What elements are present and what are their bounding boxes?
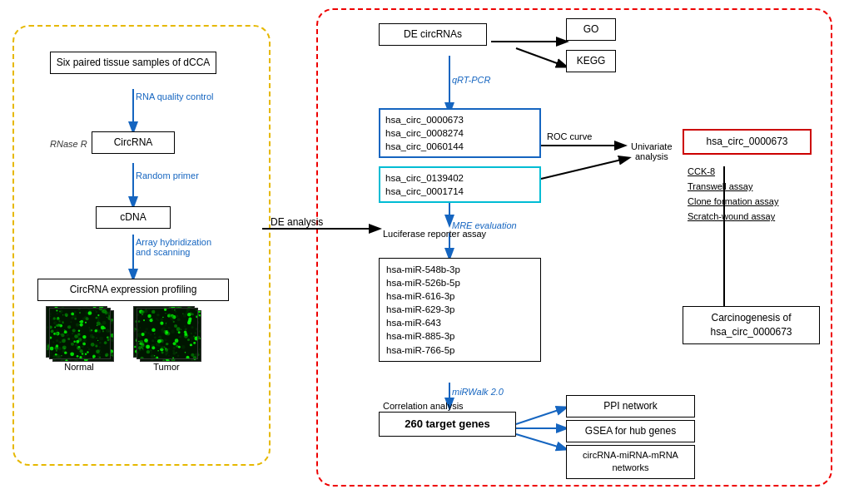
gsea-label: GSEA for hub genes: [585, 425, 676, 437]
microarray-tumor-img: [133, 306, 200, 360]
circ-mir-mrna-label: circRNA-miRNA-mRNA networks: [572, 449, 689, 475]
mir-group-label: hsa-miR-548b-3p hsa-miR-526b-5p hsa-miR-…: [386, 263, 534, 357]
correlation-label: Correlation analysis: [383, 401, 464, 411]
normal-label: Normal: [46, 362, 112, 372]
mirwalk-label: miRWalk 2.0: [452, 387, 504, 397]
luciferase-label: Luciferase reporter assay: [383, 229, 486, 239]
cdna-label: cDNA: [120, 211, 146, 223]
de-analysis-label: DE analysis: [271, 216, 323, 228]
transwell-label: Transwell assay: [688, 181, 752, 191]
clone-formation-label: Clone formation assay: [688, 196, 778, 206]
gsea-box: GSEA for hub genes: [566, 420, 695, 442]
roc-curve-label: ROC curve: [547, 131, 592, 141]
hsa-0000673-box: hsa_circ_0000673: [683, 129, 812, 155]
scratch-wound-label: Scratch-wound assay: [688, 211, 775, 221]
cck8-label: CCK-8: [688, 166, 715, 176]
cyan-border-circ-box: hsa_circ_0139402 hsa_circ_0001714: [379, 166, 541, 203]
target-genes-label: 260 target genes: [405, 418, 490, 430]
microarray-normal-img: [46, 306, 112, 360]
go-label: GO: [583, 23, 599, 35]
ppi-box: PPI network: [566, 395, 695, 418]
go-box: GO: [566, 18, 616, 41]
kegg-label: KEGG: [577, 55, 606, 67]
qrt-pcr-label: qRT-PCR: [452, 75, 490, 85]
random-primer-label: Random primer: [136, 170, 199, 180]
cdna-box: cDNA: [96, 206, 171, 229]
blue-border-circ-label: hsa_circ_0000673 hsa_circ_0008274 hsa_ci…: [385, 113, 534, 153]
circrna-label: CircRNA: [114, 136, 153, 148]
mir-group-box: hsa-miR-548b-3p hsa-miR-526b-5p hsa-miR-…: [379, 258, 541, 362]
six-samples-box: Six paired tissue samples of dCCA: [50, 52, 216, 74]
circ-mir-mrna-box: circRNA-miRNA-mRNA networks: [566, 445, 695, 479]
target-genes-box: 260 target genes: [379, 412, 516, 437]
microarray-tumor-group: Tumor: [133, 306, 200, 372]
cyan-border-circ-label: hsa_circ_0139402 hsa_circ_0001714: [385, 171, 534, 198]
hsa-0000673-label: hsa_circ_0000673: [706, 136, 787, 147]
kegg-box: KEGG: [566, 50, 616, 72]
tumor-label: Tumor: [133, 362, 200, 372]
de-circrnas-label: DE circRNAs: [404, 28, 462, 40]
carcinogenesis-label: Carcinogenesis of hsa_circ_0000673: [690, 311, 812, 339]
rnase-r-label: RNase R: [50, 139, 87, 149]
array-hybrid-label: Array hybridization and scanning: [136, 237, 211, 257]
rna-quality-label: RNA quality control: [136, 91, 214, 101]
expression-profiling-label: CircRNA expression profiling: [70, 284, 197, 295]
univariate-label: Univariate analysis: [631, 131, 673, 161]
six-samples-label: Six paired tissue samples of dCCA: [57, 57, 211, 68]
expression-profiling-box: CircRNA expression profiling: [37, 279, 229, 301]
carcinogenesis-box: Carcinogenesis of hsa_circ_0000673: [683, 306, 820, 344]
circrna-box: CircRNA: [92, 131, 175, 154]
diagram-container: Six paired tissue samples of dCCA RNA qu…: [0, 0, 849, 504]
blue-border-circ-box: hsa_circ_0000673 hsa_circ_0008274 hsa_ci…: [379, 108, 541, 158]
de-circrnas-box: DE circRNAs: [379, 23, 487, 46]
ppi-label: PPI network: [603, 400, 658, 412]
microarray-normal-group: Normal: [46, 306, 112, 372]
